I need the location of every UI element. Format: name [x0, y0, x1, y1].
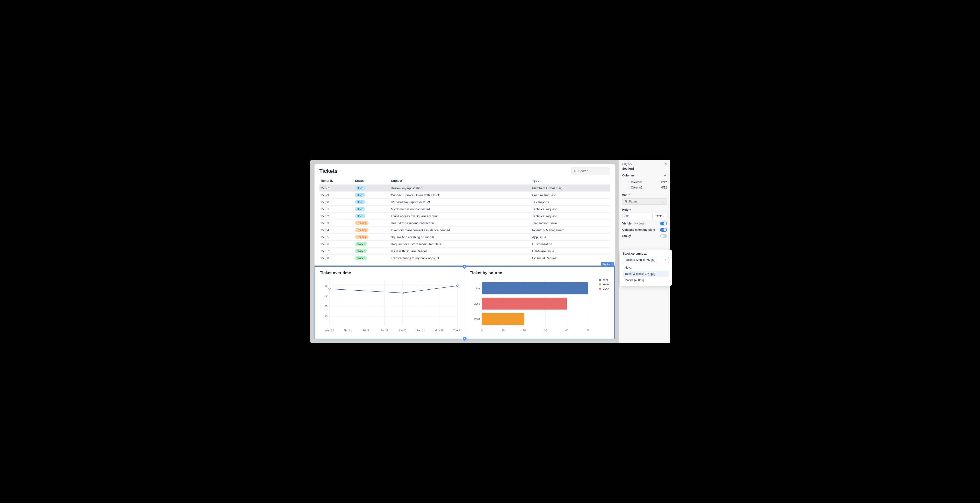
chart-ticket-over-time[interactable]: Ticket over time 10203040Wed 03Thu 11Fri… — [315, 267, 465, 339]
search-icon — [574, 169, 577, 173]
collapse-toggle[interactable] — [660, 228, 667, 232]
table-row[interactable]: 15027 Open Review my Application Merchan… — [319, 185, 610, 192]
bar-chart-svg: 01020304050chatslackemail — [470, 278, 597, 334]
tickets-table: Ticket IDStatusSubjectType 15027 Open Re… — [319, 177, 610, 261]
chart-ticket-by-source[interactable]: Ticket by source 01020304050chatslackema… — [465, 267, 614, 339]
svg-point-26 — [457, 285, 458, 287]
sticky-label: Sticky — [622, 234, 631, 238]
visible-toggle[interactable] — [660, 221, 667, 225]
table-header[interactable]: Ticket ID — [319, 177, 354, 185]
columns-label: Columns — [622, 174, 635, 177]
height-label: Height — [622, 208, 667, 212]
svg-text:40: 40 — [325, 284, 328, 287]
more-icon[interactable]: ⋯ — [660, 162, 663, 166]
width-label: Width — [622, 194, 667, 197]
breadcrumb[interactable]: Page2 / — [622, 162, 632, 166]
svg-text:chat: chat — [475, 287, 480, 290]
status-badge: Closed — [355, 256, 367, 260]
table-row[interactable]: 15035 Pending Square App crashing on mob… — [319, 234, 610, 240]
add-section-top[interactable]: + — [463, 265, 466, 269]
svg-text:Wed 03: Wed 03 — [325, 329, 334, 332]
table-row[interactable]: 15034 Pending Inventory management assis… — [319, 227, 610, 234]
grip-icon[interactable]: ⋮⋮ — [625, 186, 630, 189]
chart2-title: Ticket by source — [470, 271, 609, 275]
table-header[interactable]: Status — [354, 177, 390, 185]
height-input[interactable]: 396 — [622, 213, 651, 219]
tickets-title: Tickets — [319, 168, 337, 174]
svg-text:10: 10 — [501, 329, 504, 332]
svg-text:30: 30 — [544, 329, 547, 332]
table-row[interactable]: 15038 Closed Transfer funds to my bank a… — [319, 255, 610, 262]
table-row[interactable]: 15030 Open US sales tax report for 2023 … — [319, 199, 610, 205]
section-name: Section1 — [622, 167, 667, 170]
status-badge: Pending — [355, 228, 368, 232]
add-section-bottom[interactable]: + — [463, 337, 466, 341]
stack-columns-dropdown: Stack columns at Tablet & Mobile (768px)… — [620, 250, 672, 286]
svg-text:Mon 19: Mon 19 — [435, 329, 444, 332]
chevron-up-icon: ⌃ — [665, 259, 667, 261]
dropdown-option[interactable]: Tablet & Mobile (768px) — [623, 271, 669, 277]
search-box[interactable] — [571, 167, 610, 175]
table-row[interactable]: 15037 Closed Issue with Square Reader Ha… — [319, 248, 610, 255]
stack-label: Stack columns at — [623, 252, 669, 255]
section-tag[interactable]: Section1 — [601, 263, 614, 266]
svg-rect-43 — [482, 313, 524, 325]
svg-text:10: 10 — [325, 315, 328, 318]
add-column-button[interactable]: ＋ — [663, 173, 667, 178]
chevron-down-icon: ⌄ — [663, 215, 665, 218]
sticky-toggle[interactable] — [660, 234, 667, 238]
chevron-down-icon: ⌄ — [663, 201, 665, 203]
svg-point-24 — [329, 288, 331, 290]
legend-item: email — [599, 283, 609, 286]
svg-text:Fri 19: Fri 19 — [363, 329, 369, 332]
table-header[interactable]: Subject — [390, 177, 531, 185]
section1-container[interactable]: Section1 + + Ticket over time 10203040We… — [315, 266, 615, 339]
chart-legend: chatemailslack — [599, 278, 609, 334]
tickets-panel: Tickets Ticket IDStatusSubjectType 15027… — [315, 164, 615, 265]
column-item[interactable]: ⋮⋮Column16/12 — [622, 180, 667, 185]
collapse-label: Collapse when invisible — [622, 228, 655, 231]
table-row[interactable]: 15032 Open I can't access my Square acco… — [319, 213, 610, 220]
status-badge: Pending — [355, 221, 368, 225]
svg-text:20: 20 — [325, 305, 328, 308]
properties-sidebar: Page2 / ⋯ ✕ Section1 Columns ＋ ⋮⋮Column1… — [619, 160, 670, 343]
grip-icon[interactable]: ⋮⋮ — [625, 181, 630, 184]
svg-text:0: 0 — [481, 329, 482, 332]
visible-label: Visible — [622, 222, 632, 225]
status-badge: Closed — [355, 242, 367, 246]
svg-text:Feb 11: Feb 11 — [417, 329, 425, 332]
svg-text:30: 30 — [325, 294, 328, 298]
svg-text:Thu 11: Thu 11 — [344, 329, 352, 332]
status-badge: Open — [355, 200, 365, 204]
table-row[interactable]: 15036 Closed Request for custom receipt … — [319, 240, 610, 248]
status-badge: Open — [355, 214, 365, 218]
height-unit-select[interactable]: Pixels ⌄ — [652, 213, 667, 219]
svg-text:50: 50 — [587, 329, 589, 332]
table-row[interactable]: 15029 Open Connect Square Online with Ti… — [319, 192, 610, 199]
table-row[interactable]: 15031 Open My domain is not connected Te… — [319, 205, 610, 213]
table-row[interactable]: 15033 Pending Refund for a recent transa… — [319, 220, 610, 227]
width-select[interactable]: Fill Parent ⌄ — [622, 198, 667, 205]
line-chart-svg: 10203040Wed 03Thu 11Fri 19Sat 27Sat 03Fe… — [320, 278, 460, 334]
status-badge: Open — [355, 186, 365, 190]
table-header[interactable]: Type — [531, 177, 610, 185]
close-icon[interactable]: ✕ — [665, 162, 667, 166]
dropdown-option[interactable]: Never — [623, 264, 669, 271]
search-input[interactable] — [578, 169, 607, 173]
dropdown-option[interactable]: Mobile (480px) — [623, 277, 669, 283]
stack-select[interactable]: Tablet & Mobile (768px) ⌃ — [623, 257, 669, 263]
status-badge: Pending — [355, 235, 368, 239]
svg-text:slack: slack — [474, 302, 480, 305]
svg-text:Tue 27: Tue 27 — [453, 329, 460, 332]
svg-text:40: 40 — [565, 329, 568, 332]
svg-text:20: 20 — [523, 329, 526, 332]
column-item[interactable]: ⋮⋮Column26/12 — [622, 185, 667, 190]
status-badge: Open — [355, 193, 365, 197]
svg-text:Sat 03: Sat 03 — [399, 329, 406, 332]
code-chip[interactable]: <> Code — [634, 222, 646, 225]
svg-text:Sat 27: Sat 27 — [380, 329, 388, 332]
svg-rect-41 — [482, 298, 567, 309]
legend-item: slack — [599, 287, 609, 290]
svg-point-25 — [402, 292, 403, 294]
status-badge: Closed — [355, 249, 367, 253]
